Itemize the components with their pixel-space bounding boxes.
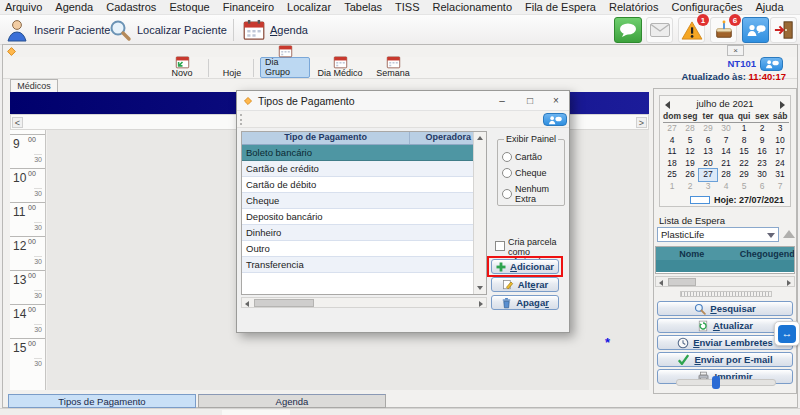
- calendar-day[interactable]: 14: [717, 146, 735, 158]
- calendar-day[interactable]: 27: [663, 123, 681, 135]
- radio-cheque[interactable]: Cheque: [502, 168, 564, 178]
- apagar-button[interactable]: Apagar: [491, 295, 559, 310]
- scroll-right-icon[interactable]: >: [636, 117, 647, 128]
- zoom-slider-handle[interactable]: [712, 376, 720, 389]
- alerts-button[interactable]: 1: [678, 17, 705, 43]
- calendar-day[interactable]: 30: [753, 169, 771, 181]
- payment-type-row[interactable]: Deposito bancário: [242, 209, 473, 225]
- scroll-thumb[interactable]: [254, 299, 314, 307]
- menu-item-configurações[interactable]: Configurações: [671, 1, 742, 13]
- calendar-day[interactable]: 5: [681, 135, 699, 147]
- calendar-day[interactable]: 3: [771, 123, 789, 135]
- wait-list-row[interactable]: [656, 260, 794, 272]
- menu-item-estoque[interactable]: Estoque: [169, 1, 209, 13]
- bottom-tab-agenda[interactable]: Agenda: [198, 394, 386, 408]
- view-button-today[interactable]: Hoje: [215, 57, 249, 78]
- menu-item-arquivo[interactable]: Arquivo: [5, 1, 42, 13]
- panel-splitter[interactable]: [680, 291, 772, 297]
- next-month-icon[interactable]: [780, 101, 785, 109]
- adicionar-button[interactable]: Adicionar: [491, 259, 559, 274]
- calendar-day[interactable]: 16: [753, 146, 771, 158]
- calendar-day[interactable]: 15: [735, 146, 753, 158]
- remote-support-bubble[interactable]: ↔: [774, 321, 800, 346]
- calendar-day[interactable]: 30: [717, 123, 735, 135]
- calendar-day[interactable]: 28: [681, 123, 699, 135]
- atualizar-button[interactable]: Atualizar: [657, 318, 793, 333]
- scroll-left-icon[interactable]: [245, 301, 249, 307]
- menu-item-tiss[interactable]: TISS: [395, 1, 419, 13]
- calendar-day[interactable]: 21: [717, 158, 735, 170]
- calendar-day[interactable]: 20: [699, 158, 717, 170]
- calendar-day[interactable]: 9: [753, 135, 771, 147]
- view-button-week[interactable]: Semana: [371, 57, 415, 78]
- calendar-day[interactable]: 3: [699, 181, 717, 193]
- pesquisar-button[interactable]: Pesquisar: [657, 301, 793, 316]
- calendar-day[interactable]: 18: [663, 158, 681, 170]
- calendar-day[interactable]: 29: [735, 169, 753, 181]
- wait-list-hscrollbar[interactable]: [655, 276, 795, 287]
- calendar-day[interactable]: 24: [771, 158, 789, 170]
- payment-type-row[interactable]: Transferencia: [242, 257, 473, 273]
- calendar-day[interactable]: 11: [663, 146, 681, 158]
- close-button[interactable]: ×: [545, 94, 567, 108]
- messages-mini-button[interactable]: [760, 57, 783, 71]
- collapse-up-icon[interactable]: [783, 230, 795, 238]
- calendar-day[interactable]: 1: [735, 123, 753, 135]
- calendar-day[interactable]: 4: [663, 135, 681, 147]
- table-hscrollbar[interactable]: [241, 297, 487, 308]
- inner-window-close-button[interactable]: ×: [727, 45, 744, 56]
- calendar-day[interactable]: 23: [753, 158, 771, 170]
- calendar-day[interactable]: 10: [771, 135, 789, 147]
- payment-type-row[interactable]: Cartão de crédito: [242, 161, 473, 177]
- menu-item-financeiro[interactable]: Financeiro: [223, 1, 274, 13]
- radio-cartão[interactable]: Cartão: [502, 152, 564, 162]
- calendar-day[interactable]: 5: [735, 181, 753, 193]
- chat-button[interactable]: [614, 17, 642, 43]
- wait-list-select[interactable]: PlasticLife: [657, 227, 779, 242]
- scroll-down-icon[interactable]: [477, 286, 483, 290]
- menu-item-fila-de-espera[interactable]: Fila de Espera: [525, 1, 596, 13]
- exit-button[interactable]: [770, 17, 797, 43]
- scroll-left-icon[interactable]: <: [12, 117, 23, 128]
- column-header-tipo-de-pagamento[interactable]: Tipo de Pagamento: [242, 132, 410, 144]
- scroll-right-icon[interactable]: [479, 301, 483, 307]
- calendar-day[interactable]: 6: [699, 135, 717, 147]
- calendar-day[interactable]: 17: [771, 146, 789, 158]
- calendar-day[interactable]: 25: [663, 169, 681, 181]
- locate-patient-button[interactable]: Localizar Paciente: [108, 17, 227, 43]
- payment-type-row[interactable]: Outro: [242, 241, 473, 257]
- payment-type-row[interactable]: Boleto bancário: [242, 145, 473, 161]
- payment-type-row[interactable]: Cartão de débito: [242, 177, 473, 193]
- messages-button[interactable]: [742, 17, 769, 43]
- calendar-day[interactable]: 31: [771, 169, 789, 181]
- maximize-button[interactable]: □: [519, 94, 541, 108]
- calendar-day[interactable]: 2: [753, 123, 771, 135]
- menu-item-cadastros[interactable]: Cadastros: [106, 1, 156, 13]
- radio-nenhum-extra[interactable]: Nenhum Extra: [502, 184, 564, 204]
- view-button-day-doctor[interactable]: Dia Médico: [313, 57, 367, 78]
- bottom-tab-tipos-de-pagamento[interactable]: Tipos de Pagamento: [8, 394, 196, 408]
- calendar-day[interactable]: 6: [753, 181, 771, 193]
- scroll-thumb[interactable]: [668, 278, 696, 286]
- menu-item-ajuda[interactable]: Ajuda: [755, 1, 783, 13]
- calendar-day[interactable]: 7: [771, 181, 789, 193]
- mail-button[interactable]: [646, 17, 673, 43]
- enviar-lembretes-button[interactable]: Enviar Lembretes: [657, 335, 793, 350]
- calendar-day[interactable]: 19: [681, 158, 699, 170]
- zoom-slider-track[interactable]: [676, 379, 776, 386]
- calendar-day-selected[interactable]: 27: [699, 169, 717, 181]
- menu-item-tabelas[interactable]: Tabelas: [344, 1, 382, 13]
- view-button-day-group[interactable]: Dia Grupo: [260, 57, 310, 78]
- scroll-up-icon[interactable]: [477, 136, 483, 140]
- payment-type-row[interactable]: Cheque: [242, 193, 473, 209]
- calendar-day[interactable]: 22: [735, 158, 753, 170]
- calendar-day[interactable]: 29: [699, 123, 717, 135]
- payment-type-row[interactable]: Dinheiro: [242, 225, 473, 241]
- scroll-left-icon[interactable]: [659, 280, 663, 286]
- agenda-button[interactable]: Agenda: [243, 17, 308, 43]
- birthday-button[interactable]: 6: [710, 17, 737, 43]
- insert-patient-button[interactable]: Inserir Paciente: [5, 17, 110, 43]
- calendar-day[interactable]: 12: [681, 146, 699, 158]
- alterar-button[interactable]: Alterar: [491, 277, 559, 292]
- calendar-day[interactable]: 13: [699, 146, 717, 158]
